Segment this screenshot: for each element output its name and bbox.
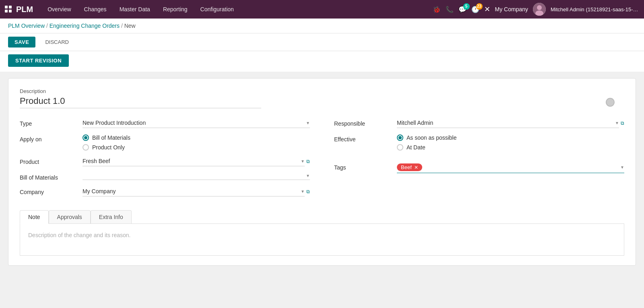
bom-label: Bill of Materials <box>20 172 76 181</box>
app-brand: PLM <box>16 5 33 14</box>
breadcrumb-sep2: / <box>121 23 124 29</box>
responsible-value: Mitchell Admin ▼ ⧉ <box>397 118 624 128</box>
product-external-link[interactable]: ⧉ <box>306 159 310 164</box>
right-column: Responsible Mitchell Admin ▼ ⧉ Effective <box>334 118 624 202</box>
start-revision-button[interactable]: START REVISION <box>8 54 69 67</box>
effective-radio-group: As soon as possible At Date <box>397 134 624 151</box>
type-dropdown-arrow: ▼ <box>306 121 310 125</box>
radio-dot-bom <box>83 134 89 141</box>
chat-badge: 5 <box>463 3 470 10</box>
nav-configuration[interactable]: Configuration <box>194 0 240 19</box>
bom-select[interactable]: ▼ <box>83 172 310 180</box>
type-select[interactable]: New Product Introduction ▼ <box>83 118 310 128</box>
avatar <box>533 3 546 16</box>
tabs-bar: Note Approvals Extra Info <box>20 210 624 223</box>
status-circle[interactable] <box>606 98 615 107</box>
responsible-label: Responsible <box>334 118 390 127</box>
radio-dot-product <box>83 144 89 151</box>
close-icon[interactable]: ✕ <box>484 5 490 14</box>
product-select[interactable]: Fresh Beef ▼ <box>83 156 305 166</box>
tags-field[interactable]: Beef ✕ ▼ <box>397 162 624 173</box>
company-name: My Company <box>495 6 528 12</box>
description-label: Description <box>20 88 624 94</box>
breadcrumb-sep1: / <box>46 23 50 29</box>
apply-on-value: Bill of Materials Product Only <box>83 134 310 151</box>
radio-label-asap: As soon as possible <box>407 134 457 141</box>
form-section: Description Type New Product Introductio… <box>20 88 624 256</box>
effective-value: As soon as possible At Date <box>397 134 624 151</box>
tags-label: Tags <box>334 162 390 171</box>
tag-beef-remove[interactable]: ✕ <box>414 165 418 170</box>
radio-dot-date <box>397 144 403 151</box>
company-dropdown-arrow: ▼ <box>301 189 305 194</box>
bom-value: ▼ <box>83 172 310 180</box>
svg-rect-0 <box>5 6 8 8</box>
product-select-text: Fresh Beef <box>83 158 299 164</box>
company-row: Company My Company ▼ ⧉ <box>20 186 310 196</box>
nav-links: Overview Changes Master Data Reporting C… <box>41 0 432 19</box>
bom-row: Bill of Materials ▼ <box>20 172 310 181</box>
product-dropdown-arrow: ▼ <box>301 159 305 163</box>
radio-label-date: At Date <box>407 144 425 151</box>
product-row: Product Fresh Beef ▼ ⧉ <box>20 156 310 166</box>
type-select-text: New Product Introduction <box>83 120 304 126</box>
grid-menu-icon[interactable] <box>5 6 12 13</box>
phone-icon[interactable]: 📞 <box>446 6 454 13</box>
company-select[interactable]: My Company ▼ <box>83 186 305 196</box>
nav-reporting[interactable]: Reporting <box>157 0 194 19</box>
action-bar: SAVE DISCARD <box>0 33 644 51</box>
nav-overview[interactable]: Overview <box>41 0 77 19</box>
radio-bill-of-materials[interactable]: Bill of Materials <box>83 134 310 141</box>
radio-product-only[interactable]: Product Only <box>83 144 310 151</box>
radio-label-bom: Bill of Materials <box>92 134 130 141</box>
type-value: New Product Introduction ▼ <box>83 118 310 128</box>
radio-asap[interactable]: As soon as possible <box>397 134 624 141</box>
form-grid: Type New Product Introduction ▼ Apply on <box>20 118 624 202</box>
bom-dropdown-arrow: ▼ <box>306 174 310 178</box>
chat-icon[interactable]: 💬 5 <box>458 6 466 13</box>
radio-at-date[interactable]: At Date <box>397 144 624 151</box>
responsible-row: Responsible Mitchell Admin ▼ ⧉ <box>334 118 624 128</box>
tab-approvals[interactable]: Approvals <box>49 210 91 223</box>
radio-dot-asap <box>397 134 403 141</box>
activity-icon[interactable]: 🕐 23 <box>471 6 479 13</box>
tags-dropdown-arrow: ▼ <box>620 165 624 170</box>
nav-master-data[interactable]: Master Data <box>113 0 157 19</box>
description-input[interactable] <box>20 96 261 108</box>
svg-rect-1 <box>9 6 12 8</box>
tab-note[interactable]: Note <box>20 210 49 224</box>
responsible-external-link[interactable]: ⧉ <box>621 120 624 126</box>
top-navigation: PLM Overview Changes Master Data Reporti… <box>0 0 644 19</box>
type-row: Type New Product Introduction ▼ <box>20 118 310 128</box>
activity-badge: 23 <box>476 3 483 10</box>
tab-note-content[interactable]: Description of the change and its reason… <box>20 223 624 256</box>
save-button[interactable]: SAVE <box>8 37 35 48</box>
product-label: Product <box>20 156 76 165</box>
effective-row: Effective As soon as possible At Date <box>334 134 624 151</box>
apply-on-radio-group: Bill of Materials Product Only <box>83 134 310 151</box>
company-select-text: My Company <box>83 188 299 194</box>
tag-beef[interactable]: Beef ✕ <box>397 163 422 171</box>
discard-button[interactable]: DISCARD <box>39 37 75 48</box>
breadcrumb-plm[interactable]: PLM Overview <box>8 23 45 29</box>
svg-rect-3 <box>9 10 12 12</box>
tab-extra-info[interactable]: Extra Info <box>91 210 132 223</box>
left-column: Type New Product Introduction ▼ Apply on <box>20 118 310 202</box>
svg-point-5 <box>537 5 542 10</box>
bug-icon[interactable]: 🐞 <box>433 6 441 13</box>
form-card: Description Type New Product Introductio… <box>8 78 636 266</box>
responsible-select[interactable]: Mitchell Admin ▼ <box>397 118 619 128</box>
tags-row: Tags Beef ✕ ▼ <box>334 162 624 173</box>
nav-changes[interactable]: Changes <box>78 0 113 19</box>
revision-bar: START REVISION <box>0 51 644 72</box>
effective-label: Effective <box>334 134 390 143</box>
company-external-link[interactable]: ⧉ <box>306 189 310 194</box>
note-placeholder: Description of the change and its reason… <box>28 232 131 238</box>
radio-label-product: Product Only <box>92 144 125 151</box>
product-value: Fresh Beef ▼ ⧉ <box>83 156 310 166</box>
svg-rect-2 <box>5 10 8 12</box>
tag-beef-label: Beef <box>401 164 412 170</box>
topnav-right: 🐞 📞 💬 5 🕐 23 ✕ My Company Mitchell Admin… <box>433 3 639 16</box>
company-value: My Company ▼ ⧉ <box>83 186 310 196</box>
breadcrumb-eco[interactable]: Engineering Change Orders <box>50 23 120 29</box>
